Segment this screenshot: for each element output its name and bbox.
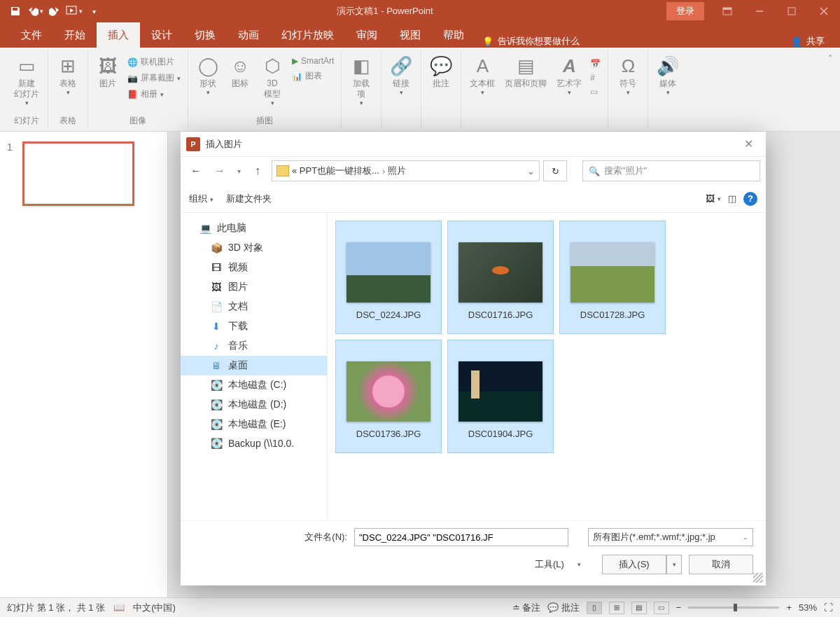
organize-button[interactable]: 组织 ▾ — [189, 193, 214, 205]
file-item[interactable]: DSC01728.JPG — [560, 221, 665, 333]
tree-downloads[interactable]: ⬇下载 — [181, 317, 327, 336]
customize-qat-icon[interactable]: ▾ — [84, 1, 104, 21]
pictures-button[interactable]: 🖼图片 — [92, 52, 123, 113]
zoom-out-icon[interactable]: − — [676, 602, 682, 613]
tab-slideshow[interactable]: 幻灯片放映 — [270, 22, 345, 48]
zoom-level[interactable]: 53% — [799, 602, 817, 613]
search-box[interactable]: 🔍 搜索"照片" — [582, 160, 760, 181]
slide-counter[interactable]: 幻灯片 第 1 张， 共 1 张 — [7, 602, 105, 614]
fit-to-window-icon[interactable]: ⛶ — [824, 602, 833, 613]
dialog-titlebar[interactable]: P 插入图片 ✕ — [181, 132, 766, 157]
file-item[interactable]: DSC01736.JPG — [336, 340, 441, 452]
object-button[interactable]: ▭ — [587, 85, 603, 98]
tree-drive-e[interactable]: 💽本地磁盘 (E:) — [181, 415, 327, 434]
file-item[interactable]: DSC01904.JPG — [448, 340, 553, 452]
reading-view-icon[interactable]: ▤ — [631, 602, 647, 614]
normal-view-icon[interactable]: ▯ — [587, 602, 602, 614]
ribbon-display-icon[interactable] — [711, 1, 743, 21]
tree-music[interactable]: ♪音乐 — [181, 336, 327, 356]
undo-icon[interactable]: ▾ — [25, 1, 45, 21]
close-icon[interactable] — [808, 1, 840, 21]
tree-pictures[interactable]: 🖼图片 — [181, 277, 327, 297]
start-from-beginning-icon[interactable]: ▾ — [64, 1, 84, 21]
recent-dropdown[interactable]: ▾ — [234, 161, 244, 181]
resize-grip[interactable] — [753, 573, 763, 583]
refresh-button[interactable]: ↻ — [543, 160, 567, 181]
tab-transitions[interactable]: 切换 — [183, 22, 227, 48]
spellcheck-icon[interactable]: 📖 — [113, 602, 125, 613]
tree-documents[interactable]: 📄文档 — [181, 297, 327, 317]
header-footer-button[interactable]: ▤页眉和页脚 — [500, 52, 551, 113]
wordart-button[interactable]: A艺术字▾ — [552, 52, 586, 113]
screenshot-button[interactable]: 📷屏幕截图▾ — [125, 71, 183, 85]
tree-3d-objects[interactable]: 📦3D 对象 — [181, 238, 327, 258]
tab-review[interactable]: 审阅 — [345, 22, 388, 48]
file-item[interactable]: DSC_0224.JPG — [336, 221, 441, 333]
zoom-in-icon[interactable]: + — [786, 602, 792, 613]
help-icon[interactable]: ? — [743, 192, 757, 206]
comment-button[interactable]: 💬批注 — [426, 52, 456, 113]
file-item[interactable]: DSC01716.JPG — [448, 221, 553, 333]
forward-button[interactable]: → — [210, 161, 230, 181]
tab-file[interactable]: 文件 — [10, 22, 53, 48]
up-button[interactable]: ↑ — [248, 161, 267, 181]
slide-thumbnail[interactable] — [22, 141, 134, 206]
tree-this-pc[interactable]: 💻此电脑 — [181, 219, 327, 238]
3d-models-button[interactable]: ⬡3D 模型▾ — [257, 52, 288, 113]
filetype-select[interactable]: 所有图片(*.emf;*.wmf;*.jpg;*.jp⌄ — [588, 528, 753, 546]
slideshow-view-icon[interactable]: ▭ — [654, 602, 669, 614]
preview-pane-button[interactable]: ◫ — [728, 193, 736, 204]
notes-button[interactable]: ≐ 备注 — [512, 602, 541, 614]
addins-button[interactable]: ◧加载 项▾ — [346, 52, 377, 113]
tab-animations[interactable]: 动画 — [227, 22, 270, 48]
online-pictures-button[interactable]: 🌐联机图片 — [125, 55, 183, 69]
filename-input[interactable] — [354, 528, 568, 546]
maximize-icon[interactable] — [776, 1, 808, 21]
address-bar[interactable]: « PPT也能一键排板... › 照片 ⌄ — [272, 160, 540, 181]
shapes-button[interactable]: ◯形状▾ — [192, 52, 223, 113]
icons-button[interactable]: ☺图标 — [225, 52, 255, 113]
smartart-button[interactable]: ▶SmartArt — [289, 55, 337, 67]
symbol-button[interactable]: Ω符号▾ — [612, 52, 643, 113]
tree-drive-c[interactable]: 💽本地磁盘 (C:) — [181, 375, 327, 395]
collapse-ribbon-icon[interactable]: ˄ — [827, 50, 834, 67]
new-folder-button[interactable]: 新建文件夹 — [226, 193, 272, 205]
table-button[interactable]: ⊞表格▾ — [52, 52, 83, 113]
slide-number-button[interactable]: # — [587, 71, 603, 84]
zoom-slider[interactable] — [688, 606, 779, 609]
insert-button[interactable]: 插入(S) — [602, 555, 666, 574]
links-button[interactable]: 🔗链接▾ — [386, 52, 416, 113]
minimize-icon[interactable] — [743, 1, 776, 21]
tree-drive-d[interactable]: 💽本地磁盘 (D:) — [181, 395, 327, 415]
slide-sorter-view-icon[interactable]: ⊞ — [609, 602, 624, 614]
slide-thumbnail-panel[interactable]: 1 — [0, 132, 168, 601]
tree-desktop[interactable]: 🖥桌面 — [181, 356, 327, 375]
tell-me-search[interactable]: 💡 告诉我你想要做什么 — [482, 35, 580, 48]
textbox-button[interactable]: A文本框▾ — [465, 52, 499, 113]
view-mode-button[interactable]: 🖼 ▾ — [706, 193, 721, 204]
login-button[interactable]: 登录 — [666, 2, 704, 20]
dialog-sidebar[interactable]: 💻此电脑 📦3D 对象 🎞视频 🖼图片 📄文档 ⬇下载 ♪音乐 🖥桌面 💽本地磁… — [181, 213, 328, 520]
tab-help[interactable]: 帮助 — [432, 22, 475, 48]
tab-insert[interactable]: 插入 — [97, 22, 140, 48]
comments-button[interactable]: 💬 批注 — [547, 602, 580, 614]
tab-design[interactable]: 设计 — [140, 22, 183, 48]
date-time-button[interactable]: 📅 — [587, 57, 603, 70]
back-button[interactable]: ← — [186, 161, 206, 181]
cancel-button[interactable]: 取消 — [689, 555, 753, 574]
redo-icon[interactable] — [45, 1, 64, 21]
tree-videos[interactable]: 🎞视频 — [181, 258, 327, 277]
share-button[interactable]: 👤 共享 — [791, 35, 830, 48]
tab-home[interactable]: 开始 — [53, 22, 97, 48]
chevron-down-icon[interactable]: ⌄ — [527, 166, 535, 176]
chart-button[interactable]: 📊图表 — [289, 69, 337, 83]
photo-album-button[interactable]: 📕相册▾ — [125, 87, 183, 102]
insert-dropdown[interactable]: ▾ — [666, 555, 682, 574]
dialog-close-button[interactable]: ✕ — [738, 134, 759, 153]
tools-dropdown[interactable]: 工具(L) ▾ — [535, 558, 581, 571]
tab-view[interactable]: 视图 — [388, 22, 432, 48]
media-button[interactable]: 🔊媒体▾ — [652, 52, 683, 113]
save-icon[interactable] — [6, 1, 25, 21]
new-slide-button[interactable]: ▭新建 幻灯片▾ — [10, 52, 43, 113]
language-label[interactable]: 中文(中国) — [133, 602, 176, 614]
